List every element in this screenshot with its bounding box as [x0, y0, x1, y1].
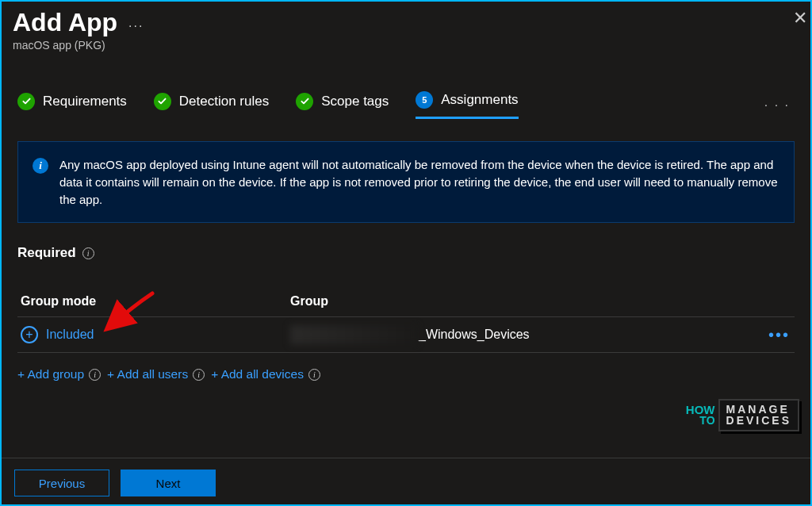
tab-assignments[interactable]: 5 Assignments — [416, 91, 518, 119]
info-icon: i — [33, 158, 48, 174]
info-banner-text: Any macOS app deployed using Intune agen… — [59, 156, 779, 208]
tab-detection-rules[interactable]: Detection rules — [154, 93, 269, 118]
add-all-devices-label: + Add all devices — [211, 367, 304, 381]
group-name: _Windows_Devices — [419, 328, 530, 342]
watermark: HOW TO MANAGE DEVICES — [686, 399, 799, 431]
included-label: Included — [46, 328, 94, 342]
redacted-group-prefix — [290, 325, 417, 344]
info-hint-icon[interactable]: i — [89, 369, 101, 381]
page-subtitle: macOS app (PKG) — [13, 39, 799, 52]
wizard-footer: Previous Next — [2, 458, 810, 504]
info-hint-icon[interactable]: i — [308, 369, 320, 381]
tab-label: Assignments — [441, 92, 518, 108]
add-group-link[interactable]: + Add group i — [17, 367, 101, 381]
tab-label: Requirements — [43, 94, 127, 109]
add-links: + Add group i + Add all users i + Add al… — [17, 367, 795, 381]
plus-circle-icon: + — [21, 326, 38, 343]
watermark-line2: DEVICES — [726, 415, 791, 427]
next-button[interactable]: Next — [121, 470, 216, 496]
group-mode-included[interactable]: + Included — [21, 326, 290, 343]
page-title: Add App — [13, 8, 117, 37]
previous-button[interactable]: Previous — [14, 470, 109, 496]
close-icon[interactable]: ✕ — [790, 6, 810, 30]
info-hint-icon[interactable]: i — [82, 247, 94, 259]
add-group-label: + Add group — [17, 367, 84, 381]
tab-label: Detection rules — [179, 94, 269, 109]
step-number-icon: 5 — [416, 91, 433, 109]
title-more-icon[interactable]: ··· — [128, 13, 144, 33]
add-all-devices-link[interactable]: + Add all devices i — [211, 367, 320, 381]
wizard-tabs: Requirements Detection rules Scope tags … — [2, 91, 810, 119]
row-more-icon[interactable]: ••• — [768, 326, 791, 344]
check-icon — [154, 93, 171, 110]
table-header: Group mode Group — [17, 294, 795, 317]
tab-requirements[interactable]: Requirements — [17, 93, 127, 118]
add-all-users-label: + Add all users — [107, 367, 188, 381]
watermark-to: TO — [686, 416, 715, 426]
column-group: Group — [290, 294, 791, 309]
tabs-more-icon[interactable]: · · · — [764, 98, 795, 113]
column-group-mode: Group mode — [21, 294, 290, 309]
tab-label: Scope tags — [321, 94, 389, 109]
tab-scope-tags[interactable]: Scope tags — [296, 93, 389, 118]
watermark-line1: MANAGE — [726, 404, 791, 416]
check-icon — [296, 93, 313, 110]
table-row: + Included _Windows_Devices ••• — [17, 317, 795, 353]
section-required-label: Required — [17, 245, 76, 261]
check-icon — [17, 93, 35, 110]
info-hint-icon[interactable]: i — [193, 369, 205, 381]
add-all-users-link[interactable]: + Add all users i — [107, 367, 205, 381]
info-banner: i Any macOS app deployed using Intune ag… — [17, 141, 795, 223]
